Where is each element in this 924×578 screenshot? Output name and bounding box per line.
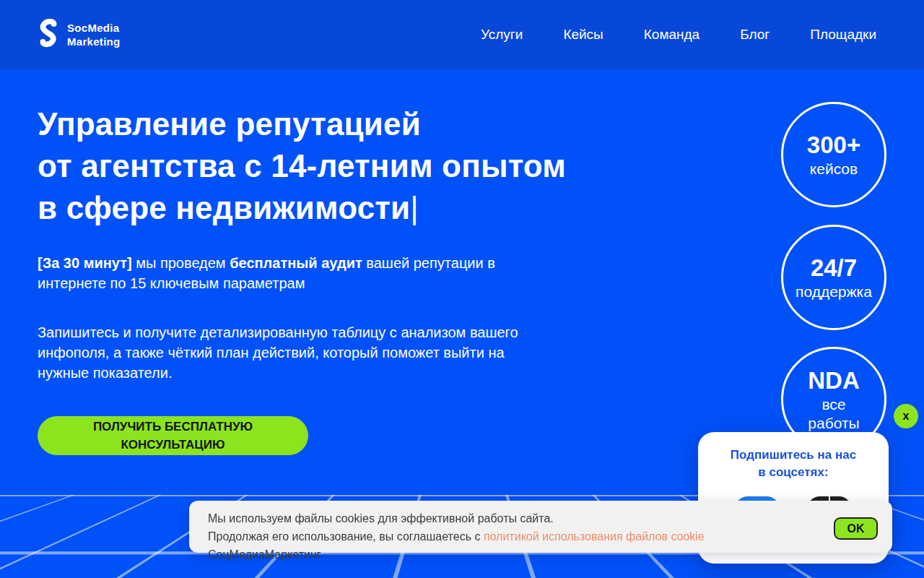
badge-value: 24/7 [811,254,857,282]
cookie-ok-button[interactable]: OK [834,517,878,540]
nav-item-cases[interactable]: Кейсы [563,27,603,43]
typing-cursor: | [410,190,419,225]
header: SocMedia Marketing Услуги Кейсы Команда … [0,0,924,69]
cookie-policy-link[interactable]: политикой использования файлов cookie [484,530,705,543]
badge-cases: 300+ кейсов [781,102,886,207]
free-consultation-button[interactable]: ПОЛУЧИТЬ БЕСПЛАТНУЮ КОНСУЛЬТАЦИЮ [38,416,308,455]
cookie-consent-bar: Мы используем файлы cookies для эффектив… [189,501,892,553]
main-nav: Услуги Кейсы Команда Блог Площадки [481,27,876,43]
hero-paragraph-signup: Запишитесь и получите детализированную т… [38,322,552,383]
badge-label: кейсов [794,160,873,178]
hero-paragraph-audit: [За 30 минут] мы проведем бесплатный ауд… [38,253,552,293]
logo-icon [36,19,61,51]
nav-item-blog[interactable]: Блог [740,27,770,43]
nav-item-team[interactable]: Команда [644,27,699,43]
nav-item-platforms[interactable]: Площадки [810,27,876,43]
badge-value: 300+ [807,131,860,160]
nav-item-services[interactable]: Услуги [481,27,523,43]
social-popup-title: Подпишитесь на нас в соцсетях: [698,447,889,481]
logo[interactable]: SocMedia Marketing [36,19,121,51]
badge-support: 24/7 поддержка [781,225,886,330]
cookie-text-line1: Мы используем файлы cookies для эффектив… [208,509,820,527]
page-title: Управление репутацией от агентства с 14-… [38,103,566,229]
popup-close-button[interactable]: x [894,404,918,428]
badge-value: NDA [808,366,860,395]
badge-label: поддержка [794,282,873,301]
badge-label: все работы [794,395,873,433]
logo-text: SocMedia Marketing [67,21,121,48]
cookie-text-line2: Продолжая его использование, вы соглашае… [208,527,820,564]
